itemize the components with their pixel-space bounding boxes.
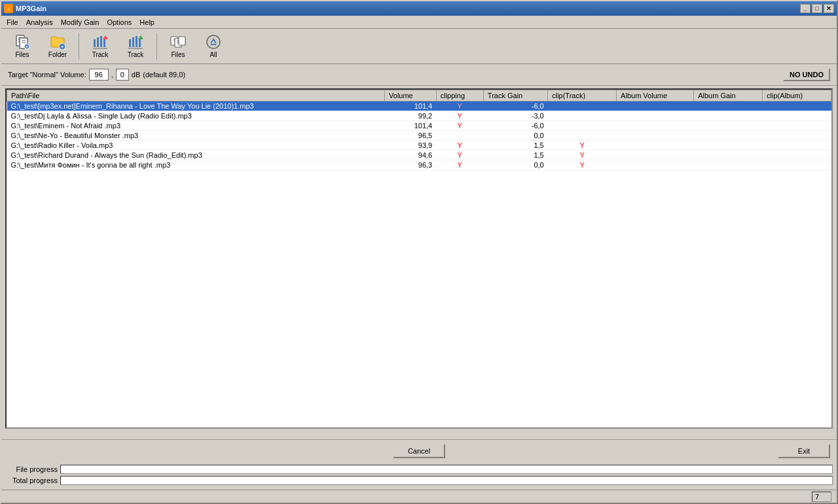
col-header-clip-album: clip(Album) (763, 90, 831, 101)
cell-clipping: Y (436, 160, 483, 170)
track-analysis-icon (92, 34, 108, 50)
svg-point-30 (207, 35, 220, 48)
status-count-value: 7 (815, 493, 819, 501)
cell-path: G:\_test\Митя Фомин - It's gonna be all … (7, 160, 385, 170)
cell-clip-album (763, 141, 831, 151)
table-row[interactable]: G:\_test\Митя Фомин - It's gonna be all … (7, 160, 831, 170)
cell-clip-track (548, 131, 617, 141)
cell-track-gain: -6,0 (483, 101, 547, 111)
menu-analysis[interactable]: Analysis (22, 17, 57, 27)
cancel-button[interactable]: Cancel (393, 444, 445, 458)
titlebar: ♪ MP3Gain _ □ ✕ (1, 1, 837, 16)
svg-rect-29 (179, 37, 185, 45)
table-row[interactable]: G:\_test\Dj Layla & Alissa - Single Lady… (7, 111, 831, 121)
menu-help[interactable]: Help (136, 17, 158, 27)
col-header-track-gain: Track Gain (483, 90, 547, 101)
cell-album-volume (617, 121, 694, 131)
cell-volume: 96,3 (385, 160, 437, 170)
col-header-album-volume: Album Volume (617, 90, 694, 101)
col-header-clip-track: clip(Track) (548, 90, 617, 101)
all-gain-button[interactable]: All (196, 31, 230, 62)
cell-track-gain: -6,0 (483, 121, 547, 131)
cell-album-gain (694, 160, 763, 170)
statusbar: 7 (1, 490, 837, 503)
cell-clipping: Y (436, 141, 483, 151)
track-gain-label: Track (128, 51, 144, 58)
all-gain-icon (206, 34, 221, 50)
cell-volume: 94,6 (385, 151, 437, 160)
file-table-body: G:\_test\[mp3ex.net]Eminem_Rihanna - Lov… (7, 101, 831, 170)
add-files-button[interactable]: + Files (5, 31, 39, 62)
cell-clip-album (763, 101, 831, 111)
menu-modify-gain[interactable]: Modify Gain (57, 17, 103, 27)
total-progress-label: Total progress (5, 477, 58, 484)
svg-text:+: + (61, 44, 64, 50)
svg-text:+: + (26, 45, 28, 49)
app-title: MP3Gain (16, 5, 46, 12)
target-comma: , (111, 71, 113, 79)
target-volume-input1[interactable] (89, 69, 109, 81)
file-progress-bar-container (60, 465, 833, 474)
cell-clip-album (763, 111, 831, 121)
toolbar: + Files + Folder (1, 29, 837, 64)
all-files-button[interactable]: Files (161, 31, 195, 62)
total-progress-row: Total progress (5, 476, 833, 485)
cell-clip-track (548, 121, 617, 131)
exit-button[interactable]: Exit (778, 444, 830, 458)
cell-path: G:\_test\Richard Durand - Always the Sun… (7, 151, 385, 160)
cell-album-gain (694, 111, 763, 121)
cell-album-volume (617, 151, 694, 160)
toolbar-separator-2 (156, 33, 157, 60)
cell-track-gain: -3,0 (483, 111, 547, 121)
table-row[interactable]: G:\_test\Ne-Yo - Beautiful Monster .mp39… (7, 131, 831, 141)
table-row[interactable]: G:\_test\Eminem - Not Afraid .mp3101,4Y-… (7, 121, 831, 131)
cell-album-gain (694, 131, 763, 141)
svg-rect-14 (103, 38, 105, 47)
cell-clip-album (763, 151, 831, 160)
maximize-button[interactable]: □ (812, 4, 822, 13)
cell-album-gain (694, 101, 763, 111)
target-db: dB (132, 71, 140, 79)
cell-clipping (436, 131, 483, 141)
cell-path: G:\_test\Radio Killer - Voila.mp3 (7, 141, 385, 151)
no-undo-button[interactable]: NO UNDO (783, 68, 830, 81)
cell-clip-album (763, 121, 831, 131)
cell-clipping: Y (436, 111, 483, 121)
app-icon: ♪ (4, 4, 13, 13)
col-header-album-gain: Album Gain (694, 90, 763, 101)
menu-options[interactable]: Options (103, 17, 136, 27)
cell-volume: 96,5 (385, 131, 437, 141)
cell-clipping: Y (436, 121, 483, 131)
menu-file[interactable]: File (3, 17, 22, 27)
cell-album-gain (694, 121, 763, 131)
track-analysis-button[interactable]: Track (83, 31, 117, 62)
cell-volume: 101,4 (385, 121, 437, 131)
svg-marker-22 (138, 35, 143, 39)
add-folder-button[interactable]: + Folder (41, 31, 75, 62)
bottom-buttons: Cancel Exit (1, 439, 837, 462)
col-header-path: Path\File (7, 90, 385, 101)
cell-clipping: Y (436, 101, 483, 111)
svg-rect-13 (100, 36, 102, 47)
table-row[interactable]: G:\_test\Richard Durand - Always the Sun… (7, 151, 831, 160)
close-button[interactable]: ✕ (824, 4, 834, 13)
table-row[interactable]: G:\_test\[mp3ex.net]Eminem_Rihanna - Lov… (7, 101, 831, 111)
cell-volume: 93,9 (385, 141, 437, 151)
cell-clip-album (763, 131, 831, 141)
cell-clip-track (548, 101, 617, 111)
cell-clip-album (763, 160, 831, 170)
cell-album-gain (694, 151, 763, 160)
cell-clip-track (548, 111, 617, 121)
table-row[interactable]: G:\_test\Radio Killer - Voila.mp393,9Y1,… (7, 141, 831, 151)
cell-path: G:\_test\Ne-Yo - Beautiful Monster .mp3 (7, 131, 385, 141)
cell-clip-track: Y (548, 141, 617, 151)
minimize-button[interactable]: _ (800, 4, 811, 13)
file-table-container[interactable]: Path\File Volume clipping Track Gain cli… (5, 88, 833, 429)
svg-marker-16 (103, 35, 108, 39)
all-files-icon (170, 34, 186, 50)
cell-album-volume (617, 160, 694, 170)
target-volume-input2[interactable] (116, 69, 129, 81)
svg-rect-19 (136, 36, 137, 47)
cell-volume: 101,4 (385, 101, 437, 111)
track-gain-button[interactable]: Track (118, 31, 153, 62)
